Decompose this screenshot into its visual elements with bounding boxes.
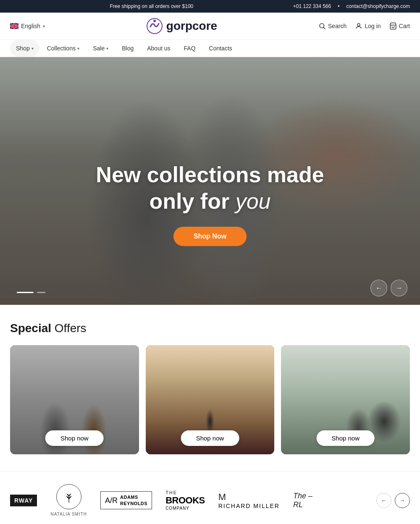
nav-label-faq: FAQ <box>184 45 196 52</box>
login-button[interactable]: Log in <box>355 22 381 30</box>
nav-item-about[interactable]: About us <box>141 40 176 57</box>
hero-title-line1: New collections made <box>96 162 324 187</box>
brands-list: RWAY NATALIA SMITH A/R ADAMSREYNOLDS <box>10 484 370 516</box>
natalia-smith-circle <box>56 484 81 509</box>
brooks-name: BROOKS <box>165 495 205 506</box>
contact-info: +01 122 334 566 • contact@shopifycharge.… <box>293 3 410 9</box>
brands-prev-button[interactable]: ← <box>376 493 391 508</box>
offer-shop-button-3[interactable]: Shop now <box>316 430 375 446</box>
hero-cta-button[interactable]: Shop Now <box>173 227 247 246</box>
cart-icon <box>389 22 397 30</box>
brands-row: RWAY NATALIA SMITH A/R ADAMSREYNOLDS <box>10 484 410 516</box>
rm-initial: M <box>218 492 280 503</box>
offer-shop-button-1[interactable]: Shop now <box>45 430 104 446</box>
brand-richard-miller: M RICHARD MILLER <box>218 492 280 509</box>
logo-text: gorpcore <box>166 19 217 33</box>
hero-title-italic: you <box>236 189 271 213</box>
language-chevron: ▾ <box>43 24 45 29</box>
nav-label-blog: Blog <box>122 45 134 52</box>
therl-logo: The –RL <box>293 492 312 509</box>
adams-reynolds-logo: A/R ADAMSREYNOLDS <box>100 491 152 509</box>
therl-name: The –RL <box>293 492 312 509</box>
svg-line-4 <box>323 27 325 29</box>
svg-point-2 <box>153 20 156 22</box>
nav-item-shop[interactable]: Shop ▾ <box>10 40 39 57</box>
brooks-the: THE <box>165 490 205 495</box>
svg-point-3 <box>320 24 324 28</box>
brooks-sub: COMPANY <box>165 506 205 511</box>
search-button[interactable]: Search <box>318 22 346 30</box>
nav-item-blog[interactable]: Blog <box>116 40 139 57</box>
special-offers-section: Special Offers Shop now Shop now Shop no… <box>0 305 420 471</box>
site-header: English ▾ gorpcore Search Log in <box>0 13 420 40</box>
cart-button[interactable]: Cart <box>389 22 410 30</box>
top-bar: Free shipping on all orders over $100 +0… <box>0 0 420 13</box>
richard-miller-logo: M RICHARD MILLER <box>218 492 280 509</box>
main-nav: Shop ▾ Collections ▾ Sale ▾ Blog About u… <box>0 40 420 57</box>
header-actions: Search Log in Cart <box>318 22 410 30</box>
nav-label-shop: Shop <box>16 45 30 52</box>
brand-adams-reynolds: A/R ADAMSREYNOLDS <box>100 491 152 509</box>
tree-icon <box>63 491 75 503</box>
nav-label-collections: Collections <box>47 45 76 52</box>
offer-shop-button-2[interactable]: Shop now <box>181 430 239 446</box>
ar-full-name: ADAMSREYNOLDS <box>120 494 147 506</box>
search-icon <box>318 22 326 30</box>
offer-card-1: Shop now <box>10 345 139 454</box>
site-logo[interactable]: gorpcore <box>146 18 217 34</box>
brand-brooks: THE BROOKS COMPANY <box>165 490 205 511</box>
brands-next-button[interactable]: → <box>395 493 410 508</box>
svg-point-5 <box>357 24 360 26</box>
cart-label: Cart <box>399 23 410 29</box>
hero-section: New collections made only for you Shop N… <box>0 57 420 305</box>
brand-rway: RWAY <box>10 495 37 506</box>
nav-item-sale[interactable]: Sale ▾ <box>87 40 114 57</box>
email-address: contact@shopifycharge.com <box>346 3 410 9</box>
hero-indicator-2[interactable] <box>37 292 45 293</box>
nav-label-sale: Sale <box>93 45 105 52</box>
flag-icon <box>10 23 18 29</box>
nav-chevron-sale: ▾ <box>106 46 108 51</box>
section-title-rest: Offers <box>51 322 87 335</box>
nav-item-contacts[interactable]: Contacts <box>203 40 238 57</box>
logo-icon <box>146 18 163 34</box>
phone-number: +01 122 334 566 <box>293 3 331 9</box>
brooks-logo: THE BROOKS COMPANY <box>165 490 205 511</box>
offers-grid: Shop now Shop now Shop now <box>10 345 410 454</box>
rway-logo: RWAY <box>10 495 37 506</box>
nav-chevron-collections: ▾ <box>77 46 79 51</box>
hero-next-button[interactable]: → <box>391 280 407 296</box>
hero-indicator-1[interactable] <box>17 292 34 293</box>
search-label: Search <box>328 23 346 29</box>
offer-card-2: Shop now <box>146 345 275 454</box>
brand-therl: The –RL <box>293 492 312 509</box>
brands-navigation: ← → <box>376 493 410 508</box>
hero-title-line2: only for <box>150 189 230 213</box>
nav-item-collections[interactable]: Collections ▾ <box>41 40 85 57</box>
brand-natalia-smith: NATALIA SMITH <box>50 484 87 516</box>
section-title-bold: Special <box>10 322 51 335</box>
language-label: English <box>21 23 40 29</box>
promo-text: Free shipping on all orders over $100 <box>10 3 293 9</box>
hero-indicators <box>17 292 45 293</box>
nav-label-about: About us <box>147 45 170 52</box>
divider: • <box>338 3 339 9</box>
language-selector[interactable]: English ▾ <box>10 23 45 29</box>
hero-content: New collections made only for you Shop N… <box>42 162 378 246</box>
rm-name: RICHARD MILLER <box>218 503 280 509</box>
brands-section: RWAY NATALIA SMITH A/R ADAMSREYNOLDS <box>0 471 420 524</box>
offer-card-3: Shop now <box>281 345 410 454</box>
nav-item-faq[interactable]: FAQ <box>178 40 202 57</box>
user-icon <box>355 22 362 30</box>
login-label: Log in <box>365 23 381 29</box>
ar-letters: A/R <box>105 497 118 504</box>
natalia-smith-label: NATALIA SMITH <box>50 512 87 516</box>
nav-chevron-shop: ▾ <box>32 46 34 51</box>
section-title: Special Offers <box>10 322 410 335</box>
hero-title: New collections made only for you <box>42 162 378 214</box>
hero-navigation: ← → <box>370 280 407 296</box>
hero-prev-button[interactable]: ← <box>370 280 387 296</box>
nav-label-contacts: Contacts <box>209 45 232 52</box>
